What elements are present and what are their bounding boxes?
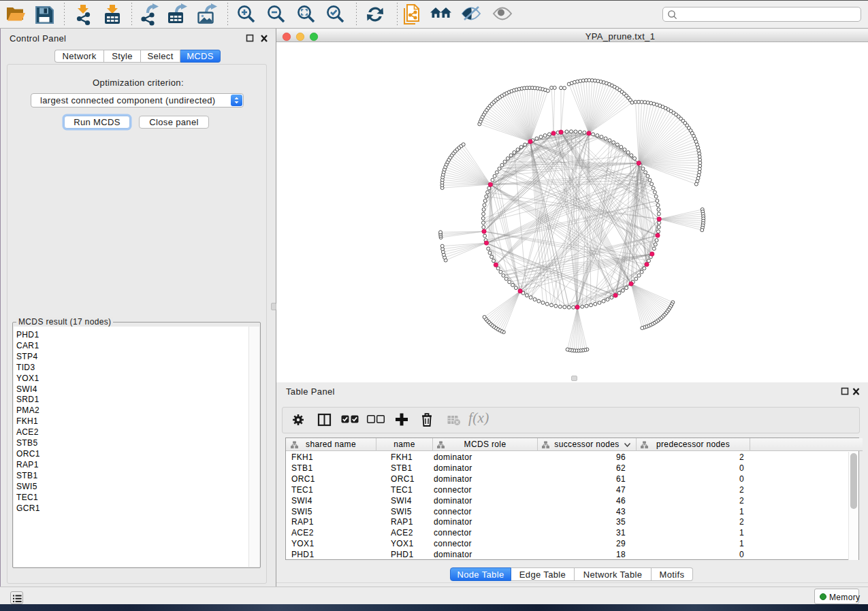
svg-text:f(x): f(x) bbox=[468, 410, 489, 426]
